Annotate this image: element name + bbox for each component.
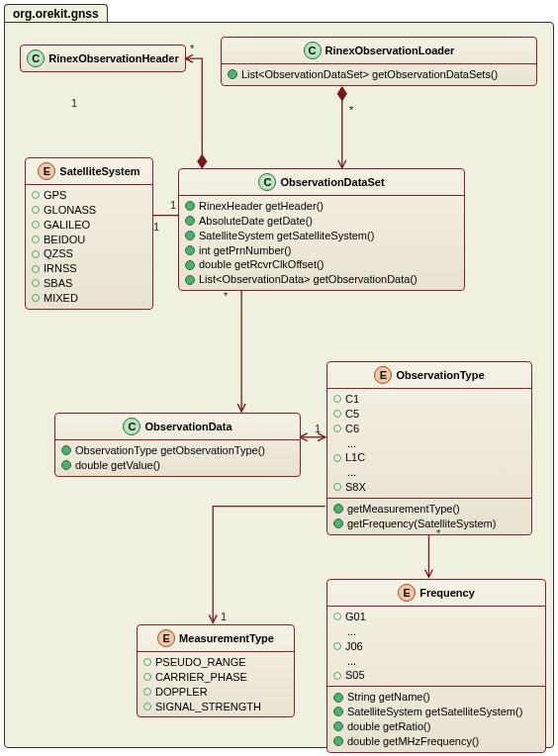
class-name: Frequency [419,587,475,599]
class-name: ObservationDataSet [280,176,384,188]
class-name: MeasurementType [179,632,274,644]
enum-value: C1 [333,392,525,407]
method-row: getMeasurementType() [333,502,525,517]
method-row: double getRatio() [333,719,539,734]
enum-dot-icon [333,642,341,650]
method-row: double getValue() [61,458,294,473]
method-row: SatelliteSystem getSatelliteSystem() [333,705,539,719]
enum-dot-icon [32,279,40,287]
enum-dot-icon [32,221,40,229]
enum-value: MIXED [32,291,146,306]
enum-value: DOPPLER [143,685,288,700]
enum-value: SIGNAL_STRENGTH [143,700,288,714]
method-row: List<ObservationDataSet> getObservationD… [228,67,530,82]
class-name: ObservationData [144,421,232,432]
public-icon [333,736,343,746]
enum-icon: E [38,162,55,180]
enum-value: GLONASS [32,203,146,218]
enum-dot-icon [32,250,40,258]
enum-value: GALILEO [32,218,146,233]
class-name: RinexObservationLoader [326,45,455,56]
enum-value: PSEUDO_RANGE [143,655,288,670]
enum-value: CARRIER_PHASE [143,670,288,685]
enum-icon: E [398,584,416,602]
enum-dot-icon [333,613,341,620]
class-rinex-observation-loader: C RinexObservationLoader List<Observatio… [221,37,537,86]
enum-frequency: E Frequency G01 ... J06 ... S05 String g… [326,579,546,753]
multiplicity: 1 [221,611,227,622]
public-icon [185,245,195,255]
class-icon: C [27,49,45,67]
enum-dot-icon [333,454,341,462]
class-name: RinexObservationHeader [48,52,178,64]
public-icon [185,201,195,211]
enum-dot-icon [32,191,40,199]
enum-value: S05 [333,668,539,683]
method-row: int getPrnNumber() [185,243,458,258]
enum-dot-icon [333,395,341,403]
enum-observation-type: E ObservationType C1 C5 C6 ... L1C ... S… [326,361,532,535]
enum-icon: E [157,629,175,647]
enum-value: ... [333,654,539,669]
multiplicity: * [224,290,228,302]
package-body: C RinexObservationHeader C RinexObservat… [4,22,554,748]
enum-measurement-type: E MeasurementType PSEUDO_RANGE CARRIER_P… [137,624,295,717]
enum-satellite-system: E SatelliteSystem GPS GLONASS GALILEO BE… [25,157,153,310]
enum-icon: E [374,366,392,384]
method-row: List<ObservationData> getObservationData… [185,272,458,287]
class-rinex-observation-header: C RinexObservationHeader [20,45,186,72]
class-icon: C [258,173,276,191]
enum-value: GPS [32,188,146,203]
enum-dot-icon [32,265,40,273]
enum-dot-icon [333,483,341,491]
multiplicity: 1 [170,199,176,211]
method-row: ObservationType getObservationType() [61,443,294,458]
enum-value: ... [333,436,525,451]
enum-value: IRNSS [32,261,146,276]
method-row: String getName() [333,690,539,705]
class-icon: C [123,418,140,435]
method-row: double getRcvrClkOffset() [185,257,458,272]
enum-dot-icon [143,673,151,681]
enum-value: ... [333,465,525,480]
enum-value: J06 [333,639,539,654]
enum-value: S8X [333,480,525,495]
enum-value: QZSS [32,246,146,261]
public-icon [333,519,343,528]
public-icon [185,275,195,285]
class-icon: C [304,42,322,59]
public-icon [333,721,343,731]
public-icon [185,260,195,270]
class-observation-data-set: C ObservationDataSet RinexHeader getHead… [178,168,465,291]
enum-dot-icon [143,658,151,666]
method-row: AbsoluteDate getDate() [185,214,458,229]
enum-dot-icon [143,688,151,696]
multiplicity: * [190,43,194,54]
enum-dot-icon [32,236,40,243]
package-label: org.orekit.gnss [4,4,108,23]
enum-value: L1C [333,450,525,465]
enum-dot-icon [143,703,151,710]
public-icon [333,693,343,703]
multiplicity: 1 [71,97,77,109]
enum-dot-icon [32,206,40,214]
public-icon [61,445,71,455]
multiplicity: 1 [153,221,159,233]
enum-dot-icon [333,672,341,680]
class-name: SatelliteSystem [59,165,140,177]
multiplicity: * [349,104,353,116]
public-icon [185,216,195,226]
public-icon [185,231,195,240]
enum-value: BEIDOU [32,233,146,247]
public-icon [333,707,343,716]
enum-value: C5 [333,407,525,422]
method-row: getFrequency(SatelliteSystem) [333,517,525,531]
enum-value: C6 [333,422,525,436]
package-frame: org.orekit.gnss [4,4,554,752]
public-icon [228,69,237,79]
class-name: ObservationType [396,369,484,381]
enum-dot-icon [333,425,341,432]
method-row: SatelliteSystem getSatelliteSystem() [185,229,458,243]
enum-value: SBAS [32,276,146,291]
public-icon [61,460,71,470]
